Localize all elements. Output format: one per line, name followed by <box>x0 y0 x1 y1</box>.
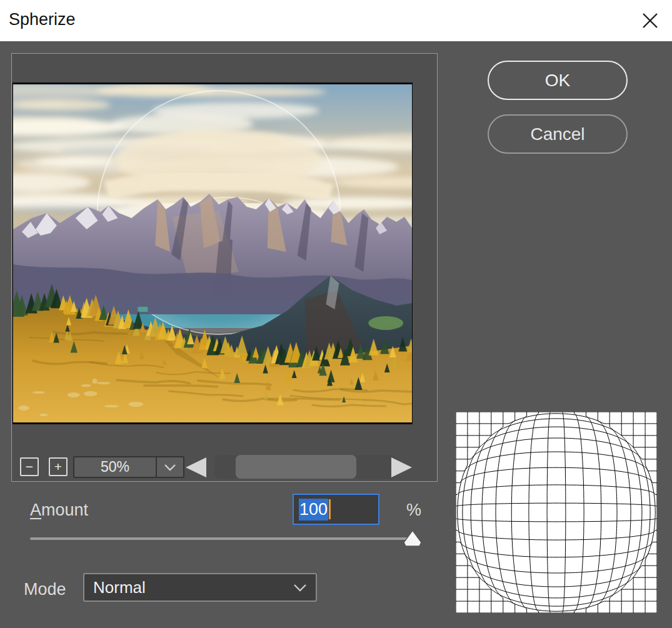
dialog-title: Spherize <box>9 0 76 41</box>
chevron-down-icon <box>164 464 176 471</box>
cancel-button[interactable]: Cancel <box>488 114 628 154</box>
mode-selected-value: Normal <box>93 578 146 597</box>
zoom-out-button[interactable]: − <box>20 457 39 476</box>
scroll-left-arrow[interactable] <box>186 457 206 477</box>
scroll-right-arrow[interactable] <box>391 457 412 477</box>
preview-scrollbar-thumb[interactable] <box>236 455 356 479</box>
distortion-grid <box>456 412 657 613</box>
amount-value-selected: 100 <box>299 499 328 521</box>
zoom-level-value: 50% <box>74 457 156 477</box>
preview-panel: − + 50% <box>11 53 438 482</box>
image-preview[interactable] <box>13 82 413 424</box>
preview-photo <box>13 84 412 422</box>
zoom-dropdown-section[interactable] <box>156 457 183 477</box>
mode-label: Mode <box>24 580 66 599</box>
title-bar: Spherize <box>0 0 672 41</box>
text-caret <box>329 499 331 519</box>
spherize-dialog: Spherize <box>0 0 672 628</box>
amount-input[interactable]: 100 <box>293 494 379 525</box>
spherize-grid-preview <box>456 412 657 613</box>
cabin <box>138 307 148 312</box>
amount-unit-label: % <box>406 501 421 520</box>
amount-slider-thumb[interactable] <box>403 530 422 547</box>
chevron-down-icon <box>293 584 307 592</box>
amount-label: Amount <box>30 501 88 520</box>
close-icon[interactable] <box>639 10 661 31</box>
ok-button[interactable]: OK <box>488 61 628 100</box>
zoom-level-combobox[interactable]: 50% <box>73 456 184 478</box>
mode-dropdown[interactable]: Normal <box>83 573 317 602</box>
amount-slider-track[interactable] <box>30 537 413 540</box>
zoom-in-button[interactable]: + <box>49 457 68 476</box>
